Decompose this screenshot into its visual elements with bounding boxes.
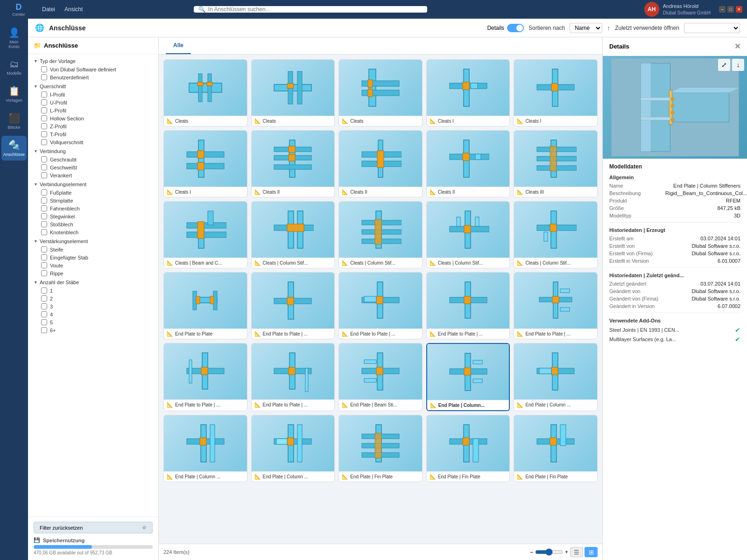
grid-item-12[interactable]: 📐 Cleats | Column Stif... [338, 201, 423, 268]
tree-group-typ-header[interactable]: ▼ Typ der Vorlage [28, 57, 158, 65]
tree-group-verbindung-header[interactable]: ▼ Verbindung [28, 147, 158, 155]
tree-item-1-checkbox[interactable] [41, 287, 47, 294]
tree-item-voute[interactable]: Voute [28, 261, 158, 269]
grid-item-6[interactable]: 📐 Cleats II [251, 130, 335, 197]
tree-item-geschraubt[interactable]: Geschraubt [28, 155, 158, 163]
tree-item-rippe[interactable]: Rippe [28, 269, 158, 277]
tree-item-iprofil[interactable]: I-Profil [28, 91, 158, 98]
grid-item-1[interactable]: 📐 Cleats [251, 59, 335, 126]
grid-view-button[interactable]: ⊞ [585, 547, 598, 557]
menu-ansicht[interactable]: Ansicht [64, 6, 83, 13]
tree-item-3-checkbox[interactable] [41, 303, 47, 309]
tree-item-4[interactable]: 4 [28, 310, 158, 318]
grid-item-28[interactable]: 📐 End Plate | Fin Plate [426, 415, 510, 482]
tree-item-eingefuegter-stab-checkbox[interactable] [41, 254, 47, 260]
tree-item-lprofil-checkbox[interactable] [41, 107, 47, 113]
tree-item-stegwinkel[interactable]: Stegwinkel [28, 212, 158, 220]
tree-item-5[interactable]: 5 [28, 318, 158, 326]
tree-item-stirnplatte[interactable]: Stirnplatte [28, 196, 158, 204]
grid-item-20[interactable]: 📐 End Plate to Plate | ... [163, 343, 247, 411]
sidebar-item-bloecke[interactable]: ⬛ Blöcke [1, 109, 27, 133]
tree-item-vollquerschnitt[interactable]: Vollquerschnitt [28, 138, 158, 146]
tree-item-verankert[interactable]: Verankert [28, 171, 158, 179]
grid-item-29[interactable]: 📐 End Plate | Fin Plate [514, 415, 598, 482]
grid-item-14[interactable]: 📐 Cleats | Column Stif... [514, 201, 598, 268]
tree-item-dlubal[interactable]: Von Dlubal Software definiert [28, 65, 158, 73]
tree-item-stegwinkel-checkbox[interactable] [41, 213, 47, 219]
tree-item-uprofil[interactable]: U-Profil [28, 98, 158, 106]
sidebar-item-vorlagen[interactable]: 📋 Vorlagen [1, 82, 27, 106]
grid-item-3[interactable]: 📐 Cleats I [426, 59, 510, 126]
grid-item-4[interactable]: 📐 Cleats I [514, 59, 598, 126]
tree-item-6plus-checkbox[interactable] [41, 327, 47, 333]
filter-reset-button[interactable]: Filter zurücksetzen ☆ [34, 522, 153, 533]
tree-group-verstarkungselement-header[interactable]: ▼ Verstärkungselement [28, 237, 158, 245]
grid-item-22[interactable]: 📐 End Plate | Beam Sti... [338, 343, 423, 411]
grid-item-27[interactable]: 📐 End Plate | Fin Plate [338, 415, 423, 482]
grid-item-13[interactable]: 📐 Cleats | Column Stif... [426, 201, 510, 268]
tree-item-iprofil-checkbox[interactable] [41, 91, 47, 98]
tree-item-steife[interactable]: Steife [28, 245, 158, 253]
sort-select[interactable]: Name Datum Größe [570, 23, 602, 33]
tree-item-2-checkbox[interactable] [41, 295, 47, 301]
tree-item-tprofil[interactable]: T-Profil [28, 130, 158, 138]
close-button[interactable]: ✕ [736, 6, 742, 13]
tree-item-uprofil-checkbox[interactable] [41, 99, 47, 105]
grid-item-5[interactable]: 📐 Cleats I [163, 130, 247, 197]
recent-select[interactable] [684, 23, 740, 33]
tree-item-fahnenblech-checkbox[interactable] [41, 205, 47, 211]
tree-item-benutzerdefiniert[interactable]: Benutzerdefiniert [28, 73, 158, 81]
tree-group-verbindungselement-header[interactable]: ▼ Verbindungselement [28, 180, 158, 189]
tree-item-steife-checkbox[interactable] [41, 246, 47, 252]
grid-item-26[interactable]: 📐 End Plate | Column ... [251, 415, 335, 482]
tree-item-fahnenblech[interactable]: Fahnenblech [28, 204, 158, 212]
tree-item-zprofil[interactable]: Z-Profil [28, 122, 158, 130]
grid-item-11[interactable]: 📐 Cleats | Column Stif... [251, 201, 335, 268]
tree-item-rippe-checkbox[interactable] [41, 270, 47, 276]
preview-download-button[interactable]: ↓ [732, 59, 744, 71]
menu-datei[interactable]: Datei [42, 6, 55, 13]
grid-item-0[interactable]: 📐 Cleats [163, 59, 247, 126]
details-toggle-switch[interactable] [507, 24, 524, 32]
tree-item-1[interactable]: 1 [28, 287, 158, 294]
sidebar-item-mein-konto[interactable]: 👤 Mein Konto [1, 23, 27, 53]
grid-item-8[interactable]: 📐 Cleats II [426, 130, 510, 197]
tree-item-6plus[interactable]: 6+ [28, 326, 158, 334]
grid-item-24[interactable]: 📐 End Plate | Column ... [514, 343, 598, 411]
sort-direction-button[interactable]: ↑ [607, 24, 610, 32]
preview-expand-button[interactable]: ⤢ [718, 59, 730, 71]
tree-item-fussplatte[interactable]: Fußplatte [28, 189, 158, 196]
grid-item-7[interactable]: 📐 Cleats II [338, 130, 423, 197]
grid-item-23[interactable]: 📐 End Plate | Column... [426, 343, 510, 411]
tree-item-3[interactable]: 3 [28, 302, 158, 310]
tree-item-hollow-section[interactable]: Hollow Section [28, 114, 158, 122]
tree-item-stosblech-checkbox[interactable] [41, 221, 47, 227]
grid-item-19[interactable]: 📐 End Plate to Plate | ... [514, 272, 598, 339]
tree-item-zprofil-checkbox[interactable] [41, 123, 47, 129]
tree-item-benutzerdefiniert-checkbox[interactable] [41, 74, 47, 80]
tree-item-voute-checkbox[interactable] [41, 262, 47, 268]
grid-item-18[interactable]: 📐 End Plate to Plate | ... [426, 272, 510, 339]
details-close-button[interactable]: ✕ [734, 42, 740, 51]
sidebar-item-anschluesse[interactable]: 🔩 Anschlüsse [1, 136, 27, 161]
grid-item-17[interactable]: 📐 End Plate to Plate | ... [338, 272, 423, 339]
tree-item-stirnplatte-checkbox[interactable] [41, 197, 47, 203]
tree-item-2[interactable]: 2 [28, 294, 158, 302]
zoom-slider[interactable] [535, 548, 563, 556]
tree-item-vollquerschnitt-checkbox[interactable] [41, 139, 47, 145]
grid-item-9[interactable]: 📐 Cleats III [514, 130, 598, 197]
grid-item-2[interactable]: 📐 Cleats [338, 59, 423, 126]
tree-item-eingefuegter-stab[interactable]: Eingefügter Stab [28, 253, 158, 261]
tree-group-querschnitt-header[interactable]: ▼ Querschnitt [28, 82, 158, 91]
grid-scroll[interactable]: 📐 Cleats [159, 55, 602, 544]
tree-item-tprofil-checkbox[interactable] [41, 131, 47, 137]
tree-item-geschweisst-checkbox[interactable] [41, 164, 47, 170]
tree-item-5-checkbox[interactable] [41, 319, 47, 325]
maximize-button[interactable]: □ [727, 6, 734, 13]
tree-item-hollow-section-checkbox[interactable] [41, 115, 47, 121]
tree-item-dlubal-checkbox[interactable] [41, 66, 47, 72]
tab-alle[interactable]: Alle [166, 37, 191, 54]
tree-item-stosblech[interactable]: Stoßblech [28, 220, 158, 228]
grid-item-25[interactable]: 📐 End Plate | Column ... [163, 415, 247, 482]
grid-item-15[interactable]: 📐 End Plate to Plate [163, 272, 247, 339]
